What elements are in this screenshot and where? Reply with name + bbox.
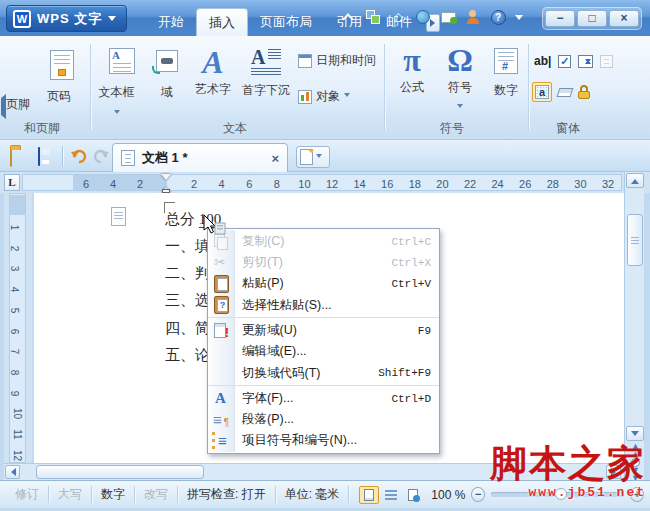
- open-button[interactable]: [10, 149, 12, 167]
- maximize-button[interactable]: □: [577, 10, 607, 27]
- doc-line: 五、论: [165, 346, 210, 365]
- doc-line: 二、判: [165, 264, 210, 283]
- tab-page-layout[interactable]: 页面布局: [248, 8, 324, 36]
- page-number-button[interactable]: 页码: [44, 50, 74, 105]
- zoom-slider-track[interactable]: [491, 492, 624, 497]
- menu-item-paragraph[interactable]: 段落(P)...: [208, 409, 439, 430]
- number-button[interactable]: # 数字: [486, 48, 526, 99]
- status-overtype[interactable]: 改写: [135, 486, 178, 503]
- help-dropdown-button[interactable]: [514, 8, 524, 26]
- ruler-number: 28: [547, 178, 559, 190]
- menu-item-paste-special[interactable]: 选择性粘贴(S)...: [208, 294, 439, 318]
- horizontal-ruler[interactable]: L 642 2468101214161820222426283032: [0, 172, 650, 193]
- document-tab-bar: 文档 1 * × ✦: [0, 140, 650, 172]
- menu-item-toggle-field-codes[interactable]: 切换域代码(T) Shift+F9: [208, 362, 439, 386]
- outline-view-button[interactable]: [381, 486, 401, 504]
- triangle-down-icon: [631, 431, 639, 440]
- status-unit[interactable]: 单位: 毫米: [276, 486, 350, 503]
- horizontal-scrollbar-thumb[interactable]: [36, 465, 204, 479]
- vertical-scrollbar-thumb[interactable]: [627, 214, 643, 266]
- page-view-icon: [364, 489, 374, 501]
- text-form-field-button[interactable]: ab|: [534, 54, 551, 68]
- group-label-text: 文本: [175, 120, 295, 137]
- tab-stop-selector[interactable]: L: [4, 174, 20, 191]
- web-view-icon: [408, 489, 418, 501]
- menu-item-paste[interactable]: 粘贴(P) Ctrl+V: [208, 273, 439, 294]
- font-icon: [212, 390, 230, 407]
- menu-item-bullets-numbering[interactable]: 项目符号和编号(N)...: [208, 430, 439, 451]
- dropdown-arrow-icon: [316, 154, 322, 161]
- dropdown-arrow-icon: [114, 110, 120, 117]
- zoom-slider-thumb[interactable]: [555, 488, 567, 500]
- forms-row-2: a: [532, 82, 590, 102]
- title-bar: W WPS 文字 开始插入页面布局引用邮件 ⌂ ? − □ ×: [0, 0, 650, 36]
- form-options-button[interactable]: [600, 55, 613, 68]
- symbol-button[interactable]: Ω 符号: [438, 42, 482, 115]
- vertical-ruler[interactable]: 123456789101112: [4, 193, 32, 465]
- object-button[interactable]: 对象: [298, 88, 350, 105]
- save-button[interactable]: [38, 148, 40, 166]
- help-button[interactable]: ?: [489, 8, 507, 26]
- textbox-button[interactable]: A 文本框: [98, 48, 135, 121]
- ruler-number: 3: [9, 266, 20, 272]
- browser-button[interactable]: [414, 8, 432, 26]
- eraser-icon[interactable]: [557, 88, 574, 97]
- menu-item-font[interactable]: 字体(F)... Ctrl+D: [208, 388, 439, 409]
- formula-button[interactable]: π 公式: [390, 42, 434, 96]
- document-tab[interactable]: 文档 1 * ×: [112, 143, 288, 172]
- horizontal-scrollbar[interactable]: [4, 463, 624, 480]
- zoom-in-button[interactable]: +: [630, 487, 644, 502]
- dropcap-button[interactable]: A 首字下沉: [240, 46, 292, 99]
- checkbox-form-field-button[interactable]: ✓: [558, 55, 571, 68]
- wps-writer-window: W WPS 文字 开始插入页面布局引用邮件 ⌂ ? − □ × 页脚: [0, 0, 650, 511]
- combobox-form-field-button[interactable]: [578, 55, 593, 68]
- scroll-left-button[interactable]: [5, 465, 20, 479]
- menu-item-copy[interactable]: 复制(C) Ctrl+C: [208, 231, 439, 252]
- ruler-number: 12: [326, 178, 338, 190]
- vertical-scrollbar[interactable]: ▲▲ ▼▼: [624, 172, 644, 480]
- scroll-right-button[interactable]: [606, 465, 621, 479]
- status-caps-lock[interactable]: 大写: [49, 486, 92, 503]
- menu-item-cut[interactable]: 剪切(T) Ctrl+X: [208, 252, 439, 273]
- scroll-down-button[interactable]: [626, 426, 644, 441]
- ruler-number: 9: [9, 390, 20, 396]
- close-button[interactable]: ×: [609, 10, 639, 27]
- tab-insert[interactable]: 插入: [196, 8, 248, 36]
- ruler-number: 6: [246, 178, 252, 190]
- home-button[interactable]: ⌂: [389, 8, 407, 26]
- field-arrow-icon: [152, 66, 160, 74]
- wordart-button[interactable]: A 艺术字: [190, 44, 236, 98]
- minimize-button[interactable]: −: [545, 10, 575, 27]
- triangle-left-icon: [7, 468, 16, 476]
- new-document-button[interactable]: ✦: [296, 146, 330, 168]
- redo-button[interactable]: [92, 147, 110, 169]
- status-track-changes[interactable]: 修订: [6, 486, 49, 503]
- footer-button[interactable]: 页脚: [6, 96, 30, 113]
- account-button[interactable]: [464, 8, 482, 26]
- switch-window-button[interactable]: [364, 8, 382, 26]
- collapse-ribbon-button[interactable]: [339, 8, 357, 26]
- comment-document-icon[interactable]: [111, 207, 126, 226]
- feedback-mail-button[interactable]: [439, 8, 457, 26]
- datetime-button[interactable]: 日期和时间: [298, 52, 376, 69]
- zoom-out-button[interactable]: −: [471, 487, 485, 502]
- web-view-button[interactable]: [403, 486, 423, 504]
- tab-home[interactable]: 开始: [146, 8, 196, 36]
- scroll-up-button[interactable]: [626, 173, 644, 188]
- menu-item-update-field[interactable]: 更新域(U) F9: [208, 320, 439, 341]
- menu-item-edit-field[interactable]: 编辑域(E)...: [208, 341, 439, 362]
- next-page-button[interactable]: ▼▼: [628, 468, 642, 480]
- triangle-right-icon: [611, 468, 620, 476]
- field-button[interactable]: 域: [152, 50, 182, 101]
- form-field-shading-button[interactable]: a: [532, 82, 552, 102]
- wps-menu-button[interactable]: W WPS 文字: [6, 5, 127, 32]
- globe-icon: [416, 10, 430, 24]
- protect-form-lock-button[interactable]: [578, 85, 590, 99]
- undo-button[interactable]: [70, 147, 88, 169]
- previous-page-button[interactable]: ▲▲: [628, 444, 642, 456]
- status-num-lock[interactable]: 数字: [92, 486, 135, 503]
- window-controls: − □ ×: [542, 7, 642, 30]
- status-spellcheck[interactable]: 拼写检查: 打开: [178, 486, 276, 503]
- page-view-button[interactable]: [359, 486, 379, 504]
- close-document-icon[interactable]: ×: [271, 151, 279, 166]
